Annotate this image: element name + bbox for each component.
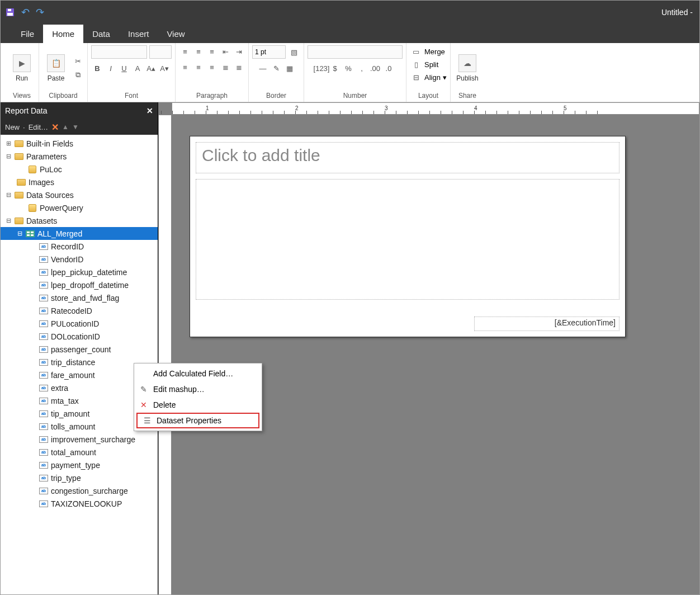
ctx-delete[interactable]: ✕Delete	[134, 397, 262, 413]
ctx-add-calculated[interactable]: Add Calculated Field…	[134, 366, 262, 381]
align-button[interactable]: ⊟Align ▾	[410, 71, 447, 83]
tree-field[interactable]: lpep_pickup_datetime	[1, 266, 158, 278]
tree-images[interactable]: Images	[1, 176, 158, 188]
tree-field[interactable]: lpep_dropoff_datetime	[1, 278, 158, 291]
decrease-decimal-icon[interactable]: .0	[382, 62, 395, 74]
move-up-icon[interactable]: ▲	[62, 123, 69, 131]
new-button[interactable]: New	[5, 123, 20, 131]
tree-datasets[interactable]: ⊟Datasets	[1, 214, 158, 227]
tree-datasources[interactable]: ⊟Data Sources	[1, 188, 158, 201]
tree-field[interactable]: total_amount	[1, 446, 158, 459]
border-weight[interactable]: 1 pt	[252, 45, 286, 59]
svg-rect-2	[8, 9, 11, 11]
group-views: ▶Run Views	[5, 43, 39, 102]
tree-field[interactable]: improvement_surcharge	[1, 433, 158, 446]
tree-field[interactable]: TAXIZONELOOKUP	[1, 497, 158, 510]
ribbon: ▶Run Views 📋Paste ✂ ⧉ Clipboard B I U A …	[1, 43, 699, 102]
tree-field[interactable]: RatecodeID	[1, 304, 158, 317]
tree-field[interactable]: RecordID	[1, 240, 158, 253]
align-bottom-icon[interactable]: ≡	[206, 45, 218, 58]
tree-parameters[interactable]: ⊟Parameters	[1, 150, 158, 163]
svg-rect-1	[7, 13, 13, 16]
tree-builtin[interactable]: ⊞Built-in Fields	[1, 137, 158, 150]
edit-button[interactable]: Edit…	[29, 123, 48, 131]
group-layout-label: Layout	[418, 91, 438, 102]
borders-icon[interactable]: ▦	[283, 62, 296, 74]
shrink-font-icon[interactable]: A▾	[158, 62, 171, 74]
tab-file[interactable]: File	[12, 25, 43, 43]
redo-icon[interactable]: ↷	[34, 7, 44, 17]
close-icon[interactable]: ✕	[146, 106, 153, 115]
save-icon[interactable]	[5, 7, 15, 17]
tree-puloc[interactable]: PuLoc	[1, 163, 158, 176]
delete-icon[interactable]: ✕	[51, 122, 59, 133]
tree-allmerged[interactable]: ⊟ALL_Merged	[1, 227, 158, 240]
font-color-icon[interactable]: A	[131, 62, 144, 74]
footer-placeholder[interactable]: [&ExecutionTime]	[474, 317, 619, 331]
run-button[interactable]: ▶Run	[8, 54, 35, 82]
bold-icon[interactable]: B	[91, 62, 103, 74]
fill-icon[interactable]: ▧	[288, 46, 300, 58]
border-style-icon[interactable]: —	[257, 62, 269, 74]
border-color-icon[interactable]: ✎	[270, 62, 282, 74]
align-top-icon[interactable]: ≡	[179, 45, 191, 58]
tree-field[interactable]: PULocationID	[1, 317, 158, 330]
align-center-icon[interactable]: ≡	[192, 61, 205, 73]
tree-field[interactable]: congestion_surcharge	[1, 484, 158, 497]
tree-field[interactable]: DOLocationID	[1, 330, 158, 343]
body-placeholder[interactable]	[196, 179, 619, 300]
undo-icon[interactable]: ↶	[20, 7, 30, 17]
group-number: [123] $ % , .00 .0 Number	[304, 43, 406, 102]
align-left-icon[interactable]: ≡	[179, 61, 191, 73]
merge-button[interactable]: ▭Merge	[410, 45, 445, 58]
font-family-select[interactable]	[91, 45, 147, 59]
title-placeholder[interactable]: Click to add title	[196, 142, 619, 173]
report-page[interactable]: Click to add title [&ExecutionTime]	[190, 136, 626, 337]
decrease-indent-icon[interactable]: ⇤	[219, 45, 231, 58]
tree-field[interactable]: store_and_fwd_flag	[1, 291, 158, 304]
comma-icon[interactable]: ,	[356, 62, 368, 74]
increase-indent-icon[interactable]: ⇥	[233, 45, 245, 58]
title-bar: ↶ ↷ Untitled -	[1, 1, 699, 24]
copy-icon[interactable]: ⧉	[72, 69, 84, 81]
run-label: Run	[16, 74, 28, 82]
edit-mashup-icon: ✎	[139, 385, 149, 394]
group-views-label: Views	[13, 91, 31, 102]
split-button[interactable]: ▯Split	[410, 58, 438, 70]
align-middle-icon[interactable]: ≡	[192, 45, 205, 58]
number-format-select[interactable]	[308, 45, 403, 59]
move-down-icon[interactable]: ▼	[72, 123, 79, 131]
tab-insert[interactable]: Insert	[119, 25, 158, 43]
design-surface[interactable]: 12345 Click to add title [&ExecutionTime…	[158, 102, 699, 595]
cut-icon[interactable]: ✂	[72, 55, 84, 68]
context-menu: Add Calculated Field… ✎Edit mashup… ✕Del…	[134, 363, 262, 431]
ctx-dataset-properties[interactable]: ☰Dataset Properties	[136, 413, 259, 428]
tree-field[interactable]: payment_type	[1, 459, 158, 471]
underline-icon[interactable]: U	[118, 62, 130, 74]
paste-button[interactable]: 📋Paste	[42, 54, 69, 82]
tree-powerquery[interactable]: PowerQuery	[1, 201, 158, 214]
ribbon-tabs: File Home Data Insert View	[1, 24, 699, 43]
align-right-icon[interactable]: ≡	[206, 61, 218, 73]
increase-decimal-icon[interactable]: .00	[369, 62, 381, 74]
number-placeholder-icon[interactable]: [123]	[315, 62, 328, 74]
currency-icon[interactable]: $	[329, 62, 341, 74]
bullets-icon[interactable]: ≣	[219, 61, 231, 73]
ruler-vertical	[158, 115, 172, 595]
numbering-icon[interactable]: ≣	[233, 61, 245, 73]
align-button-icon: ⊟	[410, 71, 422, 83]
tab-home[interactable]: Home	[43, 25, 83, 43]
tree-field[interactable]: VendorID	[1, 253, 158, 266]
publish-button[interactable]: ☁Publish	[454, 54, 481, 82]
group-layout: ▭Merge ▯Split ⊟Align ▾ Layout	[406, 43, 451, 102]
font-size-select[interactable]	[149, 45, 172, 59]
tree-field[interactable]: trip_type	[1, 471, 158, 484]
ctx-edit-mashup[interactable]: ✎Edit mashup…	[134, 381, 262, 397]
italic-icon[interactable]: I	[105, 62, 117, 74]
tab-view[interactable]: View	[158, 25, 193, 43]
document-title: Untitled -	[661, 8, 695, 17]
tree-field[interactable]: passenger_count	[1, 343, 158, 356]
grow-font-icon[interactable]: A▴	[145, 62, 157, 74]
tab-data[interactable]: Data	[83, 25, 119, 43]
percent-icon[interactable]: %	[342, 62, 354, 74]
